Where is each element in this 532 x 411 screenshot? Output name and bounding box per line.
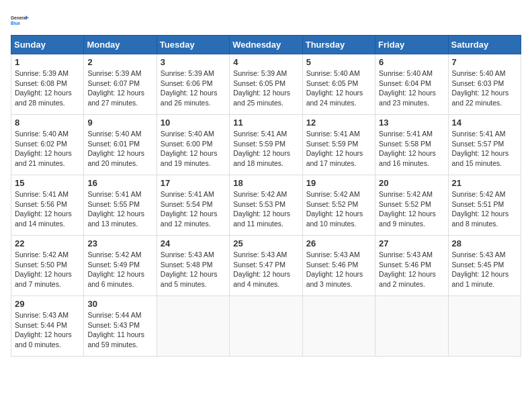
calendar-cell: 10Sunrise: 5:40 AM Sunset: 6:00 PM Dayli… (157, 115, 229, 175)
day-number: 19 (306, 178, 371, 188)
day-info: Sunrise: 5:40 AM Sunset: 6:01 PM Dayligh… (87, 129, 152, 169)
calendar-cell: 26Sunrise: 5:43 AM Sunset: 5:46 PM Dayli… (302, 236, 375, 296)
calendar-cell: 4Sunrise: 5:39 AM Sunset: 6:05 PM Daylig… (230, 54, 302, 115)
calendar-cell (157, 296, 229, 357)
day-number: 12 (306, 118, 371, 128)
calendar-cell: 19Sunrise: 5:42 AM Sunset: 5:52 PM Dayli… (302, 175, 375, 236)
day-info: Sunrise: 5:40 AM Sunset: 6:00 PM Dayligh… (161, 129, 226, 169)
day-number: 14 (452, 118, 517, 128)
day-number: 7 (452, 57, 517, 67)
day-info: Sunrise: 5:40 AM Sunset: 6:04 PM Dayligh… (379, 68, 444, 108)
calendar-cell: 3Sunrise: 5:39 AM Sunset: 6:06 PM Daylig… (157, 54, 229, 115)
logo-icon: GeneralBlue (11, 11, 30, 30)
weekday-header-tuesday: Tuesday (157, 36, 229, 54)
day-info: Sunrise: 5:42 AM Sunset: 5:53 PM Dayligh… (233, 189, 298, 229)
day-info: Sunrise: 5:42 AM Sunset: 5:49 PM Dayligh… (87, 250, 152, 289)
calendar-cell: 20Sunrise: 5:42 AM Sunset: 5:52 PM Dayli… (375, 175, 448, 236)
day-info: Sunrise: 5:40 AM Sunset: 6:03 PM Dayligh… (452, 68, 517, 108)
day-info: Sunrise: 5:43 AM Sunset: 5:46 PM Dayligh… (306, 250, 371, 289)
day-info: Sunrise: 5:42 AM Sunset: 5:52 PM Dayligh… (379, 189, 444, 229)
calendar-cell: 30Sunrise: 5:44 AM Sunset: 5:43 PM Dayli… (84, 296, 157, 357)
calendar-cell: 29Sunrise: 5:43 AM Sunset: 5:44 PM Dayli… (11, 296, 84, 357)
calendar-cell: 21Sunrise: 5:42 AM Sunset: 5:51 PM Dayli… (448, 175, 521, 236)
day-info: Sunrise: 5:39 AM Sunset: 6:07 PM Dayligh… (87, 68, 152, 108)
day-info: Sunrise: 5:42 AM Sunset: 5:50 PM Dayligh… (15, 250, 80, 289)
day-info: Sunrise: 5:43 AM Sunset: 5:47 PM Dayligh… (233, 250, 298, 289)
day-info: Sunrise: 5:41 AM Sunset: 5:58 PM Dayligh… (379, 129, 444, 169)
day-number: 15 (15, 178, 80, 188)
day-number: 25 (233, 238, 298, 248)
calendar-cell: 13Sunrise: 5:41 AM Sunset: 5:58 PM Dayli… (375, 115, 448, 175)
day-info: Sunrise: 5:43 AM Sunset: 5:46 PM Dayligh… (379, 250, 444, 289)
day-number: 27 (379, 238, 444, 248)
calendar-cell: 28Sunrise: 5:43 AM Sunset: 5:45 PM Dayli… (448, 236, 521, 296)
weekday-header-sunday: Sunday (11, 36, 84, 54)
day-number: 9 (87, 118, 152, 128)
day-info: Sunrise: 5:43 AM Sunset: 5:45 PM Dayligh… (452, 250, 517, 289)
calendar-cell: 9Sunrise: 5:40 AM Sunset: 6:01 PM Daylig… (84, 115, 157, 175)
calendar-cell: 12Sunrise: 5:41 AM Sunset: 5:59 PM Dayli… (302, 115, 375, 175)
weekday-header-friday: Friday (375, 36, 448, 54)
day-number: 11 (233, 118, 298, 128)
weekday-header-saturday: Saturday (448, 36, 521, 54)
day-number: 13 (379, 118, 444, 128)
day-number: 1 (15, 57, 80, 67)
calendar-cell: 11Sunrise: 5:41 AM Sunset: 5:59 PM Dayli… (230, 115, 302, 175)
day-info: Sunrise: 5:41 AM Sunset: 5:56 PM Dayligh… (15, 189, 80, 229)
day-number: 10 (161, 118, 226, 128)
calendar-cell: 8Sunrise: 5:40 AM Sunset: 6:02 PM Daylig… (11, 115, 84, 175)
day-number: 18 (233, 178, 298, 188)
day-number: 3 (161, 57, 226, 67)
day-info: Sunrise: 5:39 AM Sunset: 6:08 PM Dayligh… (15, 68, 80, 108)
calendar-cell: 27Sunrise: 5:43 AM Sunset: 5:46 PM Dayli… (375, 236, 448, 296)
day-number: 26 (306, 238, 371, 248)
day-info: Sunrise: 5:42 AM Sunset: 5:51 PM Dayligh… (452, 189, 517, 229)
day-number: 8 (15, 118, 80, 128)
calendar-cell: 7Sunrise: 5:40 AM Sunset: 6:03 PM Daylig… (448, 54, 521, 115)
day-info: Sunrise: 5:41 AM Sunset: 5:59 PM Dayligh… (306, 129, 371, 169)
calendar-cell (375, 296, 448, 357)
calendar-cell (448, 296, 521, 357)
svg-text:Blue: Blue (11, 21, 20, 26)
calendar-cell: 2Sunrise: 5:39 AM Sunset: 6:07 PM Daylig… (84, 54, 157, 115)
weekday-header-thursday: Thursday (302, 36, 375, 54)
calendar-cell: 18Sunrise: 5:42 AM Sunset: 5:53 PM Dayli… (230, 175, 302, 236)
day-number: 4 (233, 57, 298, 67)
day-info: Sunrise: 5:41 AM Sunset: 5:57 PM Dayligh… (452, 129, 517, 169)
calendar-cell (230, 296, 302, 357)
calendar-cell: 16Sunrise: 5:41 AM Sunset: 5:55 PM Dayli… (84, 175, 157, 236)
day-number: 23 (87, 238, 152, 248)
day-info: Sunrise: 5:41 AM Sunset: 5:54 PM Dayligh… (161, 189, 226, 229)
calendar-cell: 25Sunrise: 5:43 AM Sunset: 5:47 PM Dayli… (230, 236, 302, 296)
weekday-header-monday: Monday (84, 36, 157, 54)
day-info: Sunrise: 5:44 AM Sunset: 5:43 PM Dayligh… (87, 310, 152, 350)
calendar-cell: 6Sunrise: 5:40 AM Sunset: 6:04 PM Daylig… (375, 54, 448, 115)
day-number: 5 (306, 57, 371, 67)
day-info: Sunrise: 5:41 AM Sunset: 5:55 PM Dayligh… (87, 189, 152, 229)
day-info: Sunrise: 5:40 AM Sunset: 6:02 PM Dayligh… (15, 129, 80, 169)
day-number: 29 (15, 299, 80, 309)
logo: GeneralBlue (11, 11, 30, 30)
day-info: Sunrise: 5:43 AM Sunset: 5:44 PM Dayligh… (15, 310, 80, 350)
day-number: 20 (379, 178, 444, 188)
day-info: Sunrise: 5:39 AM Sunset: 6:05 PM Dayligh… (233, 68, 298, 108)
day-info: Sunrise: 5:40 AM Sunset: 6:05 PM Dayligh… (306, 68, 371, 108)
day-number: 16 (87, 178, 152, 188)
day-number: 24 (161, 238, 226, 248)
day-number: 21 (452, 178, 517, 188)
svg-text:General: General (11, 15, 27, 20)
calendar-cell: 14Sunrise: 5:41 AM Sunset: 5:57 PM Dayli… (448, 115, 521, 175)
calendar-cell: 17Sunrise: 5:41 AM Sunset: 5:54 PM Dayli… (157, 175, 229, 236)
weekday-header-wednesday: Wednesday (230, 36, 302, 54)
calendar-cell: 15Sunrise: 5:41 AM Sunset: 5:56 PM Dayli… (11, 175, 84, 236)
calendar-cell: 5Sunrise: 5:40 AM Sunset: 6:05 PM Daylig… (302, 54, 375, 115)
calendar-cell: 23Sunrise: 5:42 AM Sunset: 5:49 PM Dayli… (84, 236, 157, 296)
day-number: 6 (379, 57, 444, 67)
calendar-cell: 1Sunrise: 5:39 AM Sunset: 6:08 PM Daylig… (11, 54, 84, 115)
day-number: 28 (452, 238, 517, 248)
day-info: Sunrise: 5:42 AM Sunset: 5:52 PM Dayligh… (306, 189, 371, 229)
calendar-cell: 22Sunrise: 5:42 AM Sunset: 5:50 PM Dayli… (11, 236, 84, 296)
day-info: Sunrise: 5:43 AM Sunset: 5:48 PM Dayligh… (161, 250, 226, 289)
page-header: GeneralBlue (11, 11, 521, 30)
day-number: 17 (161, 178, 226, 188)
